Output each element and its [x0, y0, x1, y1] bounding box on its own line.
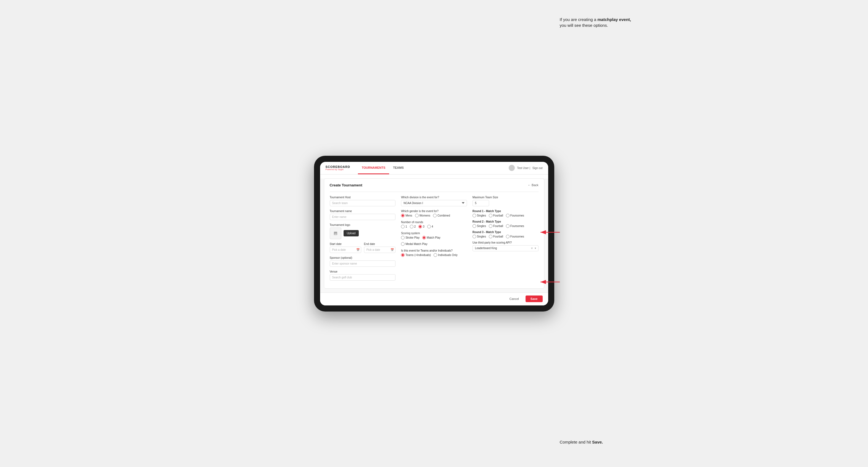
max-team-field-group: Maximum Team Size: [472, 196, 538, 206]
cancel-button[interactable]: Cancel: [506, 295, 523, 302]
round2-fourball[interactable]: Fourball: [489, 224, 503, 228]
dates-field-group: Start date 📅 End date: [330, 243, 396, 253]
round3-foursomes[interactable]: Foursomes: [506, 235, 524, 238]
round2-fourball-label: Fourball: [493, 224, 503, 227]
logo-placeholder: [330, 227, 341, 239]
round3-singles-label: Singles: [477, 235, 486, 238]
teams-individuals[interactable]: Teams (+Individuals): [401, 253, 431, 257]
gender-mens-radio[interactable]: [401, 214, 405, 217]
venue-input[interactable]: [330, 274, 396, 281]
gender-womens-radio[interactable]: [415, 214, 419, 217]
start-date-group: Start date 📅: [330, 243, 361, 253]
stroke-play-radio[interactable]: [401, 236, 405, 240]
round1-radio-group: Singles Fourball Foursomes: [472, 214, 538, 217]
round2-foursomes[interactable]: Foursomes: [506, 224, 524, 228]
round-3[interactable]: 3: [418, 225, 425, 228]
api-tag-close[interactable]: ×: [531, 247, 533, 250]
medal-match-play-radio[interactable]: [401, 242, 405, 246]
gender-womens[interactable]: Womens: [415, 214, 430, 217]
start-date-label: Start date: [330, 243, 361, 246]
round1-singles-label: Singles: [477, 214, 486, 217]
save-button[interactable]: Save: [526, 295, 543, 302]
round2-singles-radio[interactable]: [472, 224, 476, 228]
user-name: Test User |: [517, 166, 530, 169]
upload-button[interactable]: Upload: [344, 230, 359, 237]
nav-tournaments[interactable]: TOURNAMENTS: [358, 162, 389, 174]
round-2-radio[interactable]: [410, 225, 413, 228]
match-play[interactable]: Match Play: [422, 236, 440, 240]
round-4[interactable]: 4: [427, 225, 433, 228]
division-label: Which division is the event for?: [401, 196, 467, 199]
round-4-label: 4: [432, 225, 433, 228]
match-play-radio[interactable]: [422, 236, 426, 240]
round1-foursomes[interactable]: Foursomes: [506, 214, 524, 217]
tablet-screen: SCOREBOARD Powered by clippit TOURNAMENT…: [320, 162, 548, 306]
avatar: [509, 165, 515, 171]
gender-label: Which gender is the event for?: [401, 210, 467, 213]
form-footer: Cancel Save: [320, 292, 548, 305]
host-label: Tournament Host: [330, 196, 396, 199]
col-left: Tournament Host Tournament name Tourname…: [330, 196, 396, 284]
round-1[interactable]: 1: [401, 225, 407, 228]
nav-teams[interactable]: TEAMS: [389, 162, 408, 174]
stroke-play[interactable]: Stroke Play: [401, 236, 420, 240]
individuals-only-radio[interactable]: [434, 253, 437, 257]
round-3-radio[interactable]: [418, 225, 422, 228]
round2-singles-label: Singles: [477, 224, 486, 227]
round-2-label: 2: [414, 225, 416, 228]
logo-label: Tournament logo: [330, 223, 396, 226]
teams-individuals-radio[interactable]: [401, 253, 405, 257]
sponsor-input[interactable]: [330, 260, 396, 267]
round2-fourball-radio[interactable]: [489, 224, 492, 228]
individuals-only[interactable]: Individuals Only: [434, 253, 458, 257]
round3-singles[interactable]: Singles: [472, 235, 486, 238]
max-team-label: Maximum Team Size: [472, 196, 538, 199]
nav-links: TOURNAMENTS TEAMS: [358, 162, 408, 174]
gender-field-group: Which gender is the event for? Mens Wome…: [401, 210, 467, 217]
round1-fourball[interactable]: Fourball: [489, 214, 503, 217]
round3-foursomes-radio[interactable]: [506, 235, 509, 238]
round-3-label: 3: [423, 225, 425, 228]
round-2[interactable]: 2: [410, 225, 416, 228]
round1-foursomes-radio[interactable]: [506, 214, 509, 217]
sponsor-field-group: Sponsor (optional): [330, 256, 396, 267]
gender-womens-label: Womens: [420, 214, 430, 217]
round3-singles-radio[interactable]: [472, 235, 476, 238]
round3-fourball[interactable]: Fourball: [489, 235, 503, 238]
rounds-field-group: Number of rounds 1 2: [401, 221, 467, 228]
chevron-down-icon[interactable]: ▾: [535, 247, 536, 250]
medal-match-play[interactable]: Medal Match Play: [401, 242, 427, 246]
round3-fourball-radio[interactable]: [489, 235, 492, 238]
sign-out-link[interactable]: Sign out: [532, 166, 543, 169]
round1-singles-radio[interactable]: [472, 214, 476, 217]
back-link[interactable]: ← Back: [528, 183, 538, 187]
division-select[interactable]: NCAA Division I: [401, 200, 467, 206]
round2-singles[interactable]: Singles: [472, 224, 486, 228]
calendar-icon: 📅: [356, 248, 360, 251]
brand-sub: Powered by clippit: [326, 168, 350, 170]
round2-label: Round 2 - Match Type: [472, 220, 538, 223]
teams-individuals-label: Teams (+Individuals): [405, 253, 431, 256]
logo-field-group: Tournament logo Upload: [330, 223, 396, 239]
end-date-label: End date: [364, 243, 396, 246]
search-team-input[interactable]: [330, 200, 396, 206]
round1-fourball-label: Fourball: [493, 214, 503, 217]
round3-fourball-label: Fourball: [493, 235, 503, 238]
round-4-radio[interactable]: [427, 225, 431, 228]
round1-fourball-radio[interactable]: [489, 214, 492, 217]
gender-combined[interactable]: Combined: [433, 214, 450, 217]
round3-radio-group: Singles Fourball Foursomes: [472, 235, 538, 238]
brand: SCOREBOARD Powered by clippit: [326, 165, 350, 170]
gender-combined-radio[interactable]: [433, 214, 437, 217]
round-1-radio[interactable]: [401, 225, 405, 228]
round3-foursomes-label: Foursomes: [510, 235, 524, 238]
col-right: Maximum Team Size Round 1 - Match Type S…: [472, 196, 538, 284]
tournament-name-input[interactable]: [330, 214, 396, 220]
match-play-label: Match Play: [427, 236, 440, 239]
gender-mens[interactable]: Mens: [401, 214, 412, 217]
annotation-bottom-right: Complete and hit Save.: [560, 439, 631, 445]
round1-singles[interactable]: Singles: [472, 214, 486, 217]
rounds-radio-group: 1 2 3: [401, 225, 467, 228]
max-team-input[interactable]: [472, 200, 489, 206]
round2-foursomes-radio[interactable]: [506, 224, 509, 228]
